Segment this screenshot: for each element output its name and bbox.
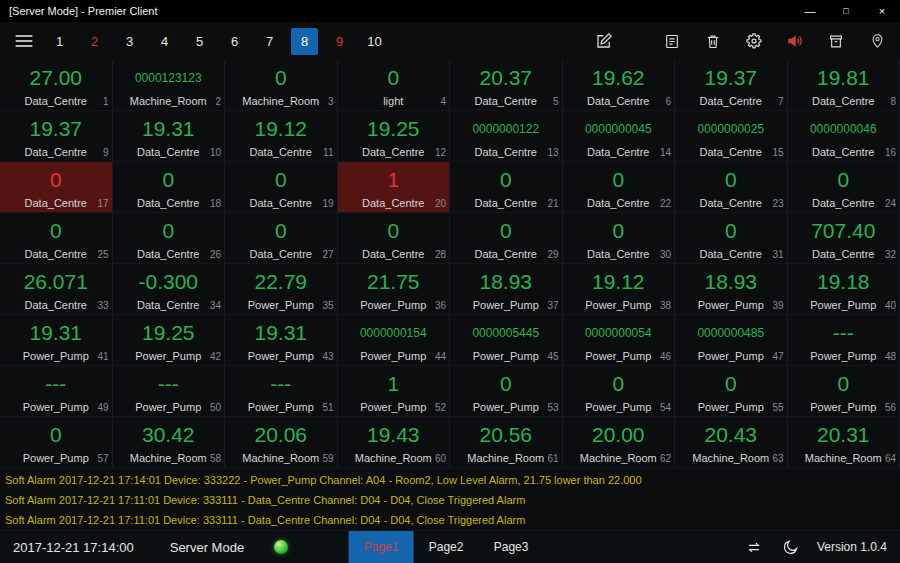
grid-cell-21[interactable]: 0Data_Centre21 xyxy=(450,162,563,213)
grid-cell-2[interactable]: 0000123123Machine_Room2 xyxy=(113,60,226,111)
grid-cell-9[interactable]: 19.37Data_Centre9 xyxy=(0,111,113,162)
cell-index: 36 xyxy=(435,300,446,311)
grid-cell-49[interactable]: ---Power_Pump49 xyxy=(0,366,113,417)
sync-icon[interactable] xyxy=(743,536,765,558)
page-number-3[interactable]: 3 xyxy=(116,28,143,55)
cell-index: 40 xyxy=(885,300,896,311)
settings-icon[interactable] xyxy=(743,30,765,52)
grid-cell-26[interactable]: 0Data_Centre26 xyxy=(113,213,226,264)
alarm-log-entry[interactable]: Soft Alarm 2017-12-21 17:11:01 Device: 3… xyxy=(0,510,900,530)
grid-cell-52[interactable]: 1Power_Pump52 xyxy=(338,366,451,417)
page-number-7[interactable]: 7 xyxy=(256,28,283,55)
grid-cell-48[interactable]: ---Power_Pump48 xyxy=(788,315,900,366)
grid-cell-31[interactable]: 0Data_Centre31 xyxy=(675,213,788,264)
grid-cell-50[interactable]: ---Power_Pump50 xyxy=(113,366,226,417)
grid-cell-53[interactable]: 0Power_Pump53 xyxy=(450,366,563,417)
grid-cell-41[interactable]: 19.31Power_Pump41 xyxy=(0,315,113,366)
grid-cell-18[interactable]: 0Data_Centre18 xyxy=(113,162,226,213)
page-number-4[interactable]: 4 xyxy=(151,28,178,55)
location-icon[interactable] xyxy=(866,30,888,52)
grid-cell-30[interactable]: 0Data_Centre30 xyxy=(563,213,676,264)
grid-cell-10[interactable]: 19.31Data_Centre10 xyxy=(113,111,226,162)
grid-cell-28[interactable]: 0Data_Centre28 xyxy=(338,213,451,264)
edit-icon[interactable] xyxy=(593,30,615,52)
grid-cell-38[interactable]: 19.12Power_Pump38 xyxy=(563,264,676,315)
grid-cell-45[interactable]: 0000005445Power_Pump45 xyxy=(450,315,563,366)
titlebar[interactable]: [Server Mode] - Premier Client —□× xyxy=(0,0,900,22)
grid-cell-33[interactable]: 26.071Data_Centre33 xyxy=(0,264,113,315)
tab-page1[interactable]: Page1 xyxy=(349,531,414,563)
grid-cell-56[interactable]: 0Power_Pump56 xyxy=(788,366,900,417)
grid-cell-63[interactable]: 20.43Machine_Room63 xyxy=(675,417,788,468)
grid-cell-1[interactable]: 27.00Data_Centre1 xyxy=(0,60,113,111)
grid-cell-16[interactable]: 0000000046Data_Centre16 xyxy=(788,111,900,162)
grid-cell-17[interactable]: 0Data_Centre17 xyxy=(0,162,113,213)
grid-cell-27[interactable]: 0Data_Centre27 xyxy=(225,213,338,264)
alarm-log-entry[interactable]: Soft Alarm 2017-12-21 17:14:01 Device: 3… xyxy=(0,470,900,490)
page-number-8[interactable]: 8 xyxy=(291,28,318,55)
cell-label: Data_Centre xyxy=(25,299,87,311)
grid-cell-55[interactable]: 0Power_Pump55 xyxy=(675,366,788,417)
grid-cell-24[interactable]: 0Data_Centre24 xyxy=(788,162,900,213)
grid-cell-7[interactable]: 19.37Data_Centre7 xyxy=(675,60,788,111)
grid-cell-54[interactable]: 0Power_Pump54 xyxy=(563,366,676,417)
trash-icon[interactable] xyxy=(702,30,724,52)
grid-cell-42[interactable]: 19.25Power_Pump42 xyxy=(113,315,226,366)
grid-cell-35[interactable]: 22.79Power_Pump35 xyxy=(225,264,338,315)
grid-cell-36[interactable]: 21.75Power_Pump36 xyxy=(338,264,451,315)
grid-cell-34[interactable]: -0.300Data_Centre34 xyxy=(113,264,226,315)
grid-cell-46[interactable]: 0000000054Power_Pump46 xyxy=(563,315,676,366)
report-icon[interactable] xyxy=(661,30,683,52)
grid-cell-51[interactable]: ---Power_Pump51 xyxy=(225,366,338,417)
menu-button[interactable] xyxy=(8,27,40,55)
speaker-icon[interactable] xyxy=(784,30,806,52)
grid-cell-32[interactable]: 707.40Data_Centre32 xyxy=(788,213,900,264)
grid-cell-43[interactable]: 19.31Power_Pump43 xyxy=(225,315,338,366)
page-number-1[interactable]: 1 xyxy=(46,28,73,55)
grid-cell-15[interactable]: 0000000025Data_Centre15 xyxy=(675,111,788,162)
close-button[interactable]: × xyxy=(864,0,900,22)
minimize-button[interactable]: — xyxy=(792,0,828,22)
grid-cell-61[interactable]: 20.56Machine_Room61 xyxy=(450,417,563,468)
grid-cell-23[interactable]: 0Data_Centre23 xyxy=(675,162,788,213)
tab-page2[interactable]: Page2 xyxy=(414,531,479,563)
grid-cell-5[interactable]: 20.37Data_Centre5 xyxy=(450,60,563,111)
grid-cell-62[interactable]: 20.00Machine_Room62 xyxy=(563,417,676,468)
page-number-10[interactable]: 10 xyxy=(361,28,388,55)
grid-cell-8[interactable]: 19.81Data_Centre8 xyxy=(788,60,900,111)
grid-cell-4[interactable]: 0light4 xyxy=(338,60,451,111)
grid-cell-6[interactable]: 19.62Data_Centre6 xyxy=(563,60,676,111)
grid-cell-20[interactable]: 1Data_Centre20 xyxy=(338,162,451,213)
grid-cell-39[interactable]: 18.93Power_Pump39 xyxy=(675,264,788,315)
page-number-6[interactable]: 6 xyxy=(221,28,248,55)
grid-cell-19[interactable]: 0Data_Centre19 xyxy=(225,162,338,213)
grid-cell-22[interactable]: 0Data_Centre22 xyxy=(563,162,676,213)
cell-value: 20.31 xyxy=(788,423,900,447)
grid-cell-37[interactable]: 18.93Power_Pump37 xyxy=(450,264,563,315)
grid-cell-12[interactable]: 19.25Data_Centre12 xyxy=(338,111,451,162)
grid-cell-3[interactable]: 0Machine_Room3 xyxy=(225,60,338,111)
grid-cell-47[interactable]: 0000000485Power_Pump47 xyxy=(675,315,788,366)
grid-cell-40[interactable]: 19.18Power_Pump40 xyxy=(788,264,900,315)
grid-cell-64[interactable]: 20.31Machine_Room64 xyxy=(788,417,900,468)
archive-icon[interactable] xyxy=(825,30,847,52)
grid-cell-14[interactable]: 0000000045Data_Centre14 xyxy=(563,111,676,162)
grid-cell-44[interactable]: 0000000154Power_Pump44 xyxy=(338,315,451,366)
maximize-button[interactable]: □ xyxy=(828,0,864,22)
grid-cell-11[interactable]: 19.12Data_Centre11 xyxy=(225,111,338,162)
alarm-log-entry[interactable]: Soft Alarm 2017-12-21 17:11:01 Device: 3… xyxy=(0,490,900,510)
grid-cell-57[interactable]: 0Power_Pump57 xyxy=(0,417,113,468)
grid-cell-13[interactable]: 0000000122Data_Centre13 xyxy=(450,111,563,162)
tab-page3[interactable]: Page3 xyxy=(479,531,544,563)
page-number-9[interactable]: 9 xyxy=(326,28,353,55)
page-number-5[interactable]: 5 xyxy=(186,28,213,55)
grid-cell-58[interactable]: 30.42Machine_Room58 xyxy=(113,417,226,468)
grid-cell-59[interactable]: 20.06Machine_Room59 xyxy=(225,417,338,468)
cell-index: 57 xyxy=(97,453,108,464)
moon-icon[interactable] xyxy=(780,536,802,558)
grid-cell-60[interactable]: 19.43Machine_Room60 xyxy=(338,417,451,468)
grid-cell-29[interactable]: 0Data_Centre29 xyxy=(450,213,563,264)
page-number-2[interactable]: 2 xyxy=(81,28,108,55)
cell-label: Data_Centre xyxy=(812,197,874,209)
grid-cell-25[interactable]: 0Data_Centre25 xyxy=(0,213,113,264)
